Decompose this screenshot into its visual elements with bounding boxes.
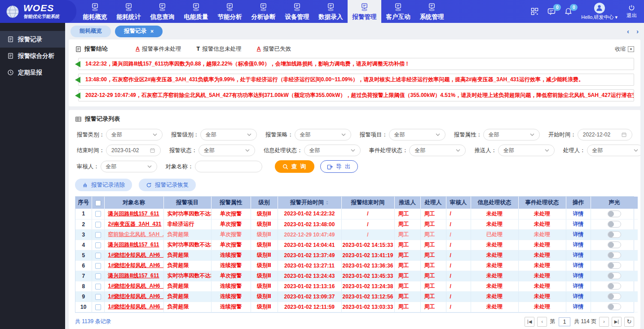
filter-select[interactable]: 全部 [198, 145, 255, 156]
close-icon[interactable]: × [150, 29, 154, 34]
nav-item-10[interactable]: 客户互动 [381, 0, 415, 23]
nav-item-9[interactable]: 报警管理 [348, 0, 381, 23]
filter-select[interactable]: 全部 [498, 145, 555, 156]
query-button[interactable]: 查 询 [275, 160, 314, 173]
sidebar-item-3[interactable]: 定期呈报 [0, 64, 65, 81]
row-checkbox[interactable] [95, 222, 101, 228]
detail-link[interactable]: 详情 [573, 272, 584, 279]
date-picker[interactable]: 2022-12-02 [578, 129, 632, 140]
export-button[interactable]: 导 出 [320, 160, 358, 173]
detail-link[interactable]: 详情 [573, 241, 584, 248]
date-picker[interactable]: 2023-01-02 [106, 145, 161, 156]
row-checkbox[interactable] [95, 284, 101, 290]
object-name-link[interactable]: 潞兴回路Ⅱ线157_611 [108, 272, 159, 279]
sort-icon[interactable] [326, 200, 329, 205]
sound-light-toggle[interactable] [608, 272, 621, 279]
filter-select[interactable]: 全部 [200, 129, 257, 140]
filter-item: 报警状态：全部 [169, 145, 255, 156]
sound-light-toggle[interactable] [608, 293, 621, 300]
detail-link[interactable]: 详情 [573, 303, 584, 310]
refresh-button[interactable]: ↻ [624, 317, 634, 327]
tab-scroll-left-icon[interactable]: ‹ [627, 27, 629, 35]
object-name-link[interactable]: 1#烧结冷却风机_AH6_... [108, 293, 164, 299]
row-checkbox[interactable] [95, 211, 101, 217]
filter-select[interactable]: 全部 [106, 129, 163, 140]
user-menu[interactable]: Hello,研发中心 ▾ [581, 3, 618, 21]
detail-link[interactable]: 详情 [573, 211, 584, 217]
clear-records-button[interactable]: 报警记录清除 [75, 179, 132, 191]
sound-light-toggle[interactable] [608, 283, 621, 290]
detail-link[interactable]: 详情 [573, 231, 584, 237]
object-name-link[interactable]: 1#烧结冷却风机_AH6_... [108, 262, 164, 268]
prev-page-button[interactable]: ‹ [537, 317, 547, 327]
sound-light-toggle[interactable] [608, 221, 621, 228]
row-checkbox[interactable] [95, 232, 101, 238]
page-number-input[interactable]: 1 [559, 317, 570, 326]
row-checkbox[interactable] [95, 273, 101, 279]
object-name-link[interactable]: 1#烧结冷却风机_AH6_... [108, 252, 164, 258]
filter-select[interactable]: 全部 [483, 129, 540, 140]
object-name-input[interactable] [200, 163, 257, 170]
nav-item-1[interactable]: 能耗概览 [78, 0, 112, 23]
object-name-link[interactable]: 窑前除尘北风机_5AH_... [108, 231, 164, 237]
object-name-link[interactable]: 1#烧结冷却风机_AH6_... [108, 283, 164, 289]
conclusion-filter-2[interactable]: T报警信息未处理 [197, 45, 242, 53]
row-checkbox[interactable] [95, 253, 101, 259]
detail-link[interactable]: 详情 [573, 221, 584, 227]
filter-select[interactable]: 全部 [389, 129, 446, 140]
nav-item-2[interactable]: 能耗统计 [112, 0, 146, 23]
sidebar-item-1[interactable]: 报警记录 [0, 31, 65, 48]
object-name-link[interactable]: 潞兴回路Ⅱ线157_611 [108, 211, 159, 217]
nav-item-5[interactable]: 节能分析 [213, 0, 247, 23]
notifications-icon[interactable]: 0 [565, 8, 572, 15]
filter-select[interactable]: 全部 [295, 129, 351, 140]
sound-light-toggle[interactable] [608, 303, 621, 310]
next-page-button[interactable]: › [599, 317, 609, 327]
alarm-end-time: 2023-01-02 13:41:19 [343, 252, 393, 259]
alarm-start-time: 2023-01-02 14:04:41 [284, 242, 335, 248]
nav-item-8[interactable]: 数据录入 [314, 0, 348, 23]
object-name-link[interactable]: 潞兴回路Ⅱ线157_611 [108, 241, 159, 248]
first-page-button[interactable]: |◀ [525, 317, 534, 327]
periodic-report-icon [7, 69, 14, 76]
tab-scroll-right-icon[interactable]: › [636, 27, 639, 35]
conclusion-filter-1[interactable]: A报警事件未处理 [136, 45, 181, 53]
nav-item-6[interactable]: 分析诊断 [247, 0, 280, 23]
last-page-button[interactable]: ▶| [612, 317, 622, 327]
logout-button[interactable]: 退出 [626, 4, 637, 19]
collapse-button[interactable]: 收缩 ▼ [615, 45, 634, 53]
row-checkbox[interactable] [95, 294, 101, 300]
filter-label: 结束时间： [77, 147, 105, 154]
nav-item-4[interactable]: 电能质量 [179, 0, 213, 23]
detail-link[interactable]: 详情 [573, 283, 584, 289]
filter-select[interactable]: 全部 [409, 145, 466, 156]
detail-link[interactable]: 详情 [573, 262, 584, 268]
select-all-checkbox[interactable] [95, 200, 101, 206]
filter-select[interactable]: 全部 [304, 145, 361, 156]
object-name-link[interactable]: 2#南变压器_3AH_431 [108, 221, 162, 227]
filter-select[interactable]: 全部 [587, 145, 641, 156]
filter-select[interactable]: 全部 [101, 161, 157, 172]
row-checkbox[interactable] [95, 263, 101, 269]
object-name-link[interactable]: 1#烧结冷却风机_AH6_... [108, 303, 164, 310]
info-status: 未处理 [486, 241, 503, 248]
detail-link[interactable]: 详情 [573, 293, 584, 299]
messages-icon[interactable]: 0 [547, 8, 556, 16]
row-checkbox[interactable] [95, 242, 101, 248]
sound-light-toggle[interactable] [608, 241, 621, 248]
nav-item-11[interactable]: 系统管理 [415, 0, 449, 23]
tab-2[interactable]: 报警记录× [115, 26, 163, 37]
sound-light-toggle[interactable] [608, 231, 621, 238]
sidebar-item-2[interactable]: 报警综合分析 [0, 48, 65, 64]
nav-item-7[interactable]: 设备管理 [280, 0, 314, 23]
nav-item-3[interactable]: 信息查询 [146, 0, 179, 23]
sound-light-toggle[interactable] [608, 211, 621, 217]
row-checkbox[interactable] [95, 304, 101, 310]
detail-link[interactable]: 详情 [573, 252, 584, 258]
tab-1[interactable]: 能耗概览 [71, 26, 111, 37]
qr-code-icon[interactable] [531, 8, 538, 15]
sound-light-toggle[interactable] [608, 262, 621, 269]
sound-light-toggle[interactable] [608, 252, 621, 259]
restore-records-button[interactable]: 报警记录恢复 [139, 179, 196, 191]
conclusion-filter-3[interactable]: A报警已失效 [257, 45, 291, 53]
